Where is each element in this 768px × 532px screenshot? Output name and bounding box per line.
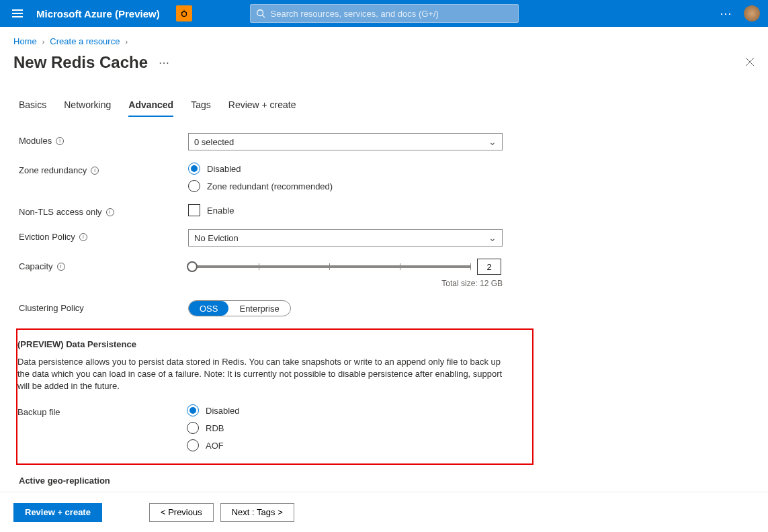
search-box[interactable] [250, 4, 519, 23]
clustering-option-oss[interactable]: OSS [189, 301, 228, 316]
persistence-section: (PREVIEW) Data Persistence Data persiste… [16, 328, 534, 465]
non-tls-checkbox-label: Enable [207, 206, 234, 216]
backup-option-aof[interactable]: AOF [187, 439, 501, 451]
persistence-heading: (PREVIEW) Data Persistence [17, 339, 523, 349]
radio-icon [188, 180, 200, 192]
row-non-tls: Non-TLS access only i Enable [19, 204, 755, 217]
eviction-select[interactable]: No Eviction ⌄ [188, 229, 503, 247]
search-container [250, 4, 519, 23]
modules-value: 0 selected [194, 137, 234, 147]
chevron-right-icon: › [42, 38, 45, 46]
chevron-right-icon: › [125, 38, 128, 46]
backup-option-label: Disabled [206, 406, 240, 416]
modules-label: Modules [19, 136, 52, 146]
svg-line-7 [262, 15, 265, 18]
backup-option-label: AOF [206, 441, 224, 451]
persistence-description: Data persistence allows you to persist d… [17, 356, 515, 392]
bug-icon[interactable] [176, 5, 192, 21]
breadcrumb-create-resource[interactable]: Create a resource [50, 36, 120, 46]
tab-networking[interactable]: Networking [64, 99, 111, 117]
tab-tags[interactable]: Tags [191, 99, 211, 117]
row-capacity: Capacity i Total size: 12 GB [19, 259, 755, 288]
topbar-right: ⋯ [720, 5, 760, 21]
backup-label: Backup file [17, 407, 60, 417]
backup-option-rdb[interactable]: RDB [187, 422, 501, 434]
top-bar: Microsoft Azure (Preview) ⋯ [0, 0, 768, 27]
more-icon[interactable]: ⋯ [720, 6, 733, 21]
radio-icon [187, 422, 199, 434]
backup-option-label: RDB [206, 423, 224, 433]
zone-option-label: Disabled [207, 164, 241, 174]
review-create-button[interactable]: Review + create [13, 503, 102, 522]
row-zone-redundancy: Zone redundancy i Disabled Zone redundan… [19, 163, 755, 192]
svg-point-0 [181, 11, 186, 16]
tab-review[interactable]: Review + create [228, 99, 296, 117]
info-icon[interactable]: i [79, 233, 87, 241]
zone-option-label: Zone redundant (recommended) [207, 181, 333, 191]
page-title: New Redis Cache [13, 53, 148, 72]
brand-title: Microsoft Azure (Preview) [36, 8, 160, 19]
non-tls-label: Non-TLS access only [19, 207, 102, 217]
capacity-slider[interactable] [188, 265, 470, 268]
slider-thumb[interactable] [187, 261, 198, 272]
eviction-value: No Eviction [194, 233, 239, 243]
previous-button[interactable]: < Previous [149, 503, 214, 522]
search-input[interactable] [271, 9, 513, 19]
avatar[interactable] [744, 5, 760, 21]
clustering-toggle: OSS Enterprise [188, 300, 291, 316]
chevron-down-icon: ⌄ [488, 232, 497, 243]
zone-option-redundant[interactable]: Zone redundant (recommended) [188, 180, 503, 192]
row-modules: Modules i 0 selected ⌄ [19, 133, 755, 150]
info-icon[interactable]: i [91, 167, 99, 175]
tab-basics[interactable]: Basics [19, 99, 46, 117]
radio-icon [187, 404, 199, 416]
chevron-down-icon: ⌄ [488, 136, 497, 147]
breadcrumb: Home › Create a resource › [0, 27, 768, 50]
clustering-option-enterprise[interactable]: Enterprise [228, 301, 290, 316]
tabs: Basics Networking Advanced Tags Review +… [19, 99, 755, 117]
info-icon[interactable]: i [56, 137, 64, 145]
backup-option-disabled[interactable]: Disabled [187, 404, 501, 416]
tab-advanced[interactable]: Advanced [128, 99, 173, 117]
row-clustering: Clustering Policy OSS Enterprise [19, 300, 755, 316]
info-icon[interactable]: i [57, 263, 65, 271]
capacity-note: Total size: 12 GB [188, 279, 503, 288]
hamburger-menu-icon[interactable] [8, 5, 27, 21]
info-icon[interactable]: i [106, 208, 114, 216]
row-eviction: Eviction Policy i No Eviction ⌄ [19, 229, 755, 247]
zone-label: Zone redundancy [19, 165, 87, 175]
eviction-label: Eviction Policy [19, 232, 75, 242]
radio-icon [187, 439, 199, 451]
scroll-area[interactable]: Basics Networking Advanced Tags Review +… [0, 81, 768, 492]
non-tls-checkbox[interactable] [188, 204, 200, 216]
breadcrumb-home[interactable]: Home [13, 36, 37, 46]
clustering-label: Clustering Policy [19, 303, 84, 313]
geo-heading: Active geo-replication [19, 476, 755, 486]
search-icon [256, 9, 265, 18]
radio-icon [188, 163, 200, 175]
modules-select[interactable]: 0 selected ⌄ [188, 133, 503, 150]
next-button[interactable]: Next : Tags > [220, 503, 294, 522]
capacity-label: Capacity [19, 261, 53, 271]
zone-option-disabled[interactable]: Disabled [188, 163, 503, 175]
capacity-input[interactable] [477, 259, 501, 275]
content-region: Basics Networking Advanced Tags Review +… [0, 81, 768, 532]
row-backup-file: Backup file Disabled RDB [17, 404, 523, 451]
close-button[interactable] [745, 56, 755, 70]
svg-point-6 [257, 10, 263, 16]
title-more-icon[interactable]: ⋯ [159, 56, 170, 69]
bottom-bar: Review + create < Previous Next : Tags > [0, 492, 768, 532]
page-header: New Redis Cache ⋯ [0, 50, 768, 83]
